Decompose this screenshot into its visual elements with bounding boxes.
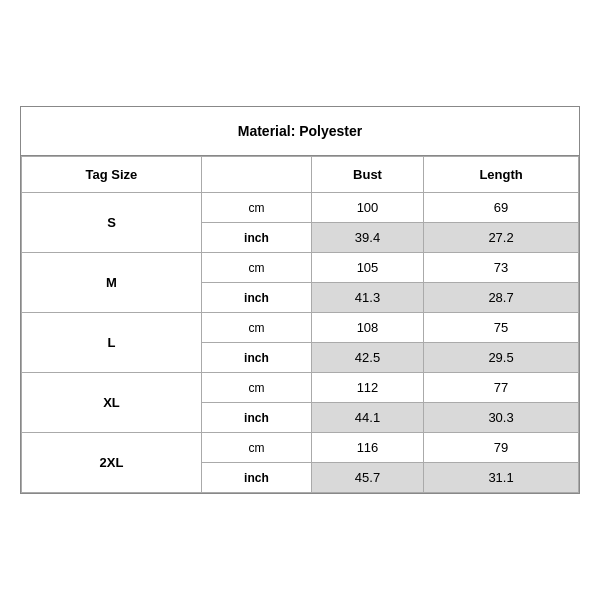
bust-cm-value: 112 (311, 373, 423, 403)
unit-header (201, 157, 311, 193)
unit-inch-cell: inch (201, 343, 311, 373)
table-row: S cm 100 69 (22, 193, 579, 223)
bust-cm-value: 105 (311, 253, 423, 283)
length-inch-value: 29.5 (424, 343, 579, 373)
bust-inch-value: 39.4 (311, 223, 423, 253)
bust-header: Bust (311, 157, 423, 193)
length-inch-value: 30.3 (424, 403, 579, 433)
unit-inch-cell: inch (201, 223, 311, 253)
bust-inch-value: 42.5 (311, 343, 423, 373)
unit-inch-cell: inch (201, 403, 311, 433)
size-cell: S (22, 193, 202, 253)
size-table: Tag Size Bust Length S cm 100 69 inch 39… (21, 156, 579, 493)
bust-cm-value: 108 (311, 313, 423, 343)
chart-title: Material: Polyester (21, 107, 579, 156)
bust-cm-value: 116 (311, 433, 423, 463)
unit-inch-cell: inch (201, 283, 311, 313)
size-cell: M (22, 253, 202, 313)
table-row: M cm 105 73 (22, 253, 579, 283)
size-chart-container: Material: Polyester Tag Size Bust Length… (20, 106, 580, 494)
length-header: Length (424, 157, 579, 193)
length-cm-value: 75 (424, 313, 579, 343)
table-row: 2XL cm 116 79 (22, 433, 579, 463)
unit-cm-cell: cm (201, 193, 311, 223)
unit-cm-cell: cm (201, 253, 311, 283)
length-inch-value: 27.2 (424, 223, 579, 253)
length-cm-value: 73 (424, 253, 579, 283)
unit-inch-cell: inch (201, 463, 311, 493)
unit-cm-cell: cm (201, 313, 311, 343)
unit-cm-cell: cm (201, 373, 311, 403)
table-row: L cm 108 75 (22, 313, 579, 343)
length-inch-value: 31.1 (424, 463, 579, 493)
bust-inch-value: 44.1 (311, 403, 423, 433)
table-row: XL cm 112 77 (22, 373, 579, 403)
size-cell: 2XL (22, 433, 202, 493)
tag-size-header: Tag Size (22, 157, 202, 193)
size-cell: XL (22, 373, 202, 433)
bust-inch-value: 41.3 (311, 283, 423, 313)
unit-cm-cell: cm (201, 433, 311, 463)
length-inch-value: 28.7 (424, 283, 579, 313)
bust-cm-value: 100 (311, 193, 423, 223)
bust-inch-value: 45.7 (311, 463, 423, 493)
length-cm-value: 69 (424, 193, 579, 223)
size-cell: L (22, 313, 202, 373)
length-cm-value: 77 (424, 373, 579, 403)
length-cm-value: 79 (424, 433, 579, 463)
table-header-row: Tag Size Bust Length (22, 157, 579, 193)
